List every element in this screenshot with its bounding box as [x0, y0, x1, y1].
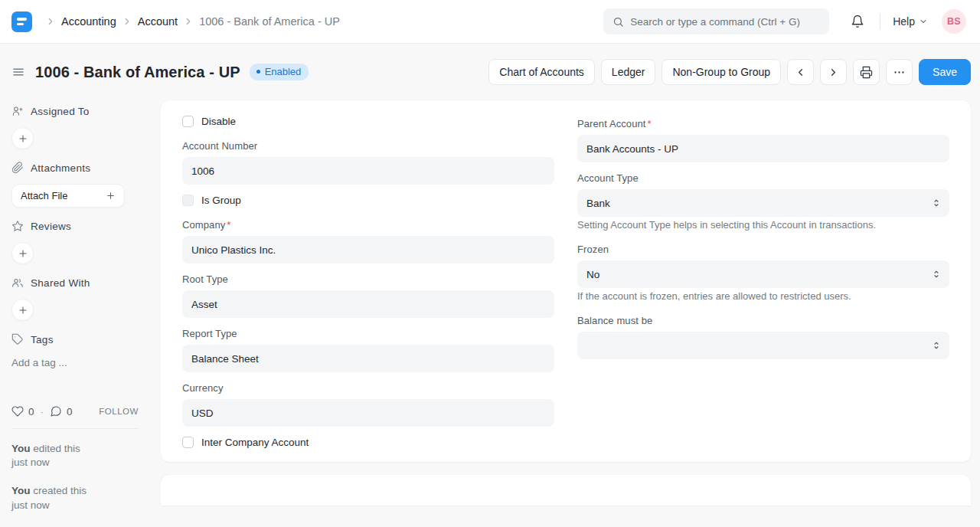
page-actions: Chart of Accounts Ledger Non-Group to Gr… [488, 59, 971, 85]
tags-label: Tags [31, 334, 54, 345]
add-share-button[interactable] [11, 299, 34, 321]
root-type-input[interactable] [182, 290, 554, 318]
chevron-left-icon [795, 67, 806, 78]
add-review-button[interactable] [11, 242, 34, 264]
edited-user: You [11, 443, 31, 454]
help-label: Help [893, 15, 915, 28]
frozen-value: No [586, 269, 599, 280]
status-dot-icon [256, 70, 260, 74]
disable-checkbox[interactable] [182, 116, 194, 127]
page-title: 1006 - Bank of America - UP [35, 64, 240, 81]
non-group-to-group-button[interactable]: Non-Group to Group [662, 59, 781, 85]
frozen-select[interactable]: No [577, 260, 949, 288]
select-chevrons-icon [932, 340, 941, 351]
frozen-label: Frozen [577, 244, 949, 255]
account-type-label: Account Type [577, 172, 949, 184]
printer-icon [860, 66, 873, 79]
currency-input[interactable] [182, 399, 554, 427]
sidebar-footer: 0 · 0 FOLLOW You edited this just now Yo… [11, 405, 139, 512]
navbar-divider [880, 14, 880, 29]
account-type-help: Setting Account Type helps in selecting … [577, 218, 949, 232]
attachments-label: Attachments [31, 162, 90, 174]
reviews-label: Reviews [31, 221, 71, 232]
prev-document-button[interactable] [787, 59, 814, 85]
page-head: 1006 - Bank of America - UP Enabled Char… [0, 44, 980, 100]
ledger-button[interactable]: Ledger [601, 59, 656, 85]
print-button[interactable] [853, 59, 880, 85]
balance-must-be-field: Balance must be [577, 315, 949, 359]
account-number-input[interactable] [182, 157, 554, 185]
chevron-right-icon [122, 16, 132, 27]
tags-section: Tags Add a tag ... [11, 333, 142, 370]
next-document-button[interactable] [820, 59, 847, 85]
chart-of-accounts-button[interactable]: Chart of Accounts [488, 59, 595, 85]
breadcrumb: Accounting Account 1006 - Bank of Americ… [40, 15, 340, 28]
add-tag-input[interactable]: Add a tag ... [11, 355, 142, 370]
inter-company-checkbox[interactable] [182, 437, 194, 448]
shared-with-header: Shared With [11, 277, 142, 289]
parent-account-input[interactable] [577, 135, 949, 162]
star-icon [11, 220, 24, 232]
is-group-checkbox-row: Is Group [182, 195, 554, 206]
disable-checkbox-row[interactable]: Disable [182, 116, 554, 127]
form-grid: Disable Account Number Is Group Company* [182, 113, 949, 453]
help-menu[interactable]: Help [885, 9, 936, 34]
balance-must-be-label: Balance must be [577, 315, 949, 326]
heart-icon [11, 405, 24, 417]
is-group-checkbox[interactable] [182, 195, 194, 206]
breadcrumb-account[interactable]: Account [138, 15, 178, 28]
page-body: Assigned To Attachments Attach File [0, 100, 980, 527]
comments-button[interactable]: 0 [50, 405, 73, 417]
user-avatar[interactable]: BS [942, 9, 966, 34]
shared-with-section: Shared With [11, 277, 142, 321]
balance-must-be-select[interactable] [577, 332, 949, 359]
company-input[interactable] [182, 236, 554, 264]
global-search-input[interactable]: Search or type a command (Ctrl + G) [603, 8, 829, 34]
account-type-select[interactable]: Bank [577, 189, 949, 217]
attachments-section: Attachments Attach File [11, 162, 142, 208]
assigned-to-label: Assigned To [31, 106, 90, 117]
tags-header: Tags [11, 333, 142, 345]
ellipsis-icon [893, 66, 906, 79]
attach-file-button[interactable]: Attach File [11, 184, 125, 208]
form-column-left: Disable Account Number Is Group Company* [182, 113, 554, 453]
parent-account-label: Parent Account* [577, 118, 949, 129]
chevron-right-icon [183, 16, 194, 27]
app-logo-icon[interactable] [11, 11, 32, 32]
select-chevrons-icon [932, 198, 941, 208]
required-asterisk: * [227, 219, 230, 231]
select-chevrons-icon [932, 269, 941, 280]
created-action: created this [33, 485, 87, 496]
frozen-field: Frozen No [577, 244, 949, 288]
sidebar-toggle-icon[interactable] [11, 65, 25, 79]
required-asterisk: * [648, 118, 652, 129]
add-assignment-button[interactable] [11, 127, 34, 149]
company-label-text: Company [182, 219, 225, 231]
like-button[interactable]: 0 [11, 405, 34, 417]
comment-count: 0 [67, 406, 73, 417]
like-count: 0 [28, 406, 34, 417]
inter-company-checkbox-row[interactable]: Inter Company Account [182, 437, 554, 448]
notifications-bell-icon[interactable] [840, 8, 875, 34]
breadcrumb-current-doc[interactable]: 1006 - Bank of America - UP [199, 15, 340, 28]
currency-label: Currency [182, 382, 554, 394]
currency-field: Currency [182, 382, 554, 427]
report-type-input[interactable] [182, 345, 554, 372]
created-user: You [11, 485, 31, 496]
menu-dots-button[interactable] [886, 59, 913, 85]
plus-icon [18, 133, 28, 144]
status-badge: Enabled [250, 64, 309, 80]
form-sidebar: Assigned To Attachments Attach File [0, 100, 161, 527]
edited-time: just now [11, 456, 139, 470]
account-type-field: Account Type Bank [577, 172, 949, 217]
status-badge-label: Enabled [265, 66, 302, 77]
root-type-label: Root Type [182, 273, 554, 285]
account-number-field: Account Number [182, 140, 554, 185]
chevron-right-icon [45, 16, 56, 27]
save-button[interactable]: Save [919, 59, 971, 85]
search-placeholder: Search or type a command (Ctrl + G) [630, 16, 800, 28]
search-icon [612, 16, 624, 28]
follow-button[interactable]: FOLLOW [99, 407, 139, 416]
parent-account-label-text: Parent Account [577, 118, 646, 129]
breadcrumb-accounting[interactable]: Accounting [61, 15, 116, 28]
